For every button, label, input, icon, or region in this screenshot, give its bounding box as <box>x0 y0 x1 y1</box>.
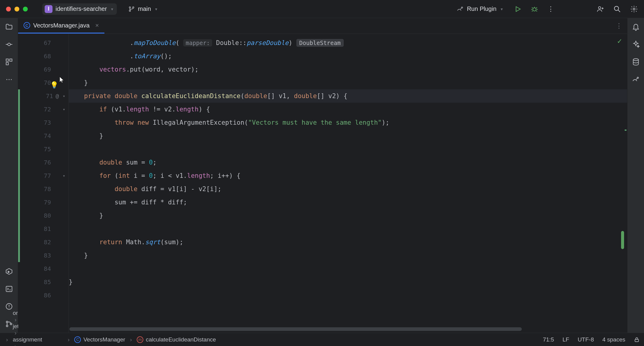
gutter-line[interactable]: 83 <box>18 249 69 262</box>
file-encoding[interactable]: UTF-8 <box>578 336 594 343</box>
gutter-line[interactable]: 71@▾ <box>18 89 69 103</box>
minimize-window-button[interactable] <box>14 7 19 11</box>
gutter-line[interactable]: 69 <box>18 63 69 76</box>
gutter-line[interactable]: 73 <box>18 116 69 129</box>
vcs-change-marker[interactable] <box>18 156 20 169</box>
vcs-change-marker[interactable] <box>18 169 20 182</box>
code-editor[interactable]: ✓ 6768697071@▾72▾7374757677▾787980818283… <box>18 34 627 333</box>
line-separator[interactable]: LF <box>563 336 569 343</box>
code-line[interactable]: double sum = 0; <box>69 156 627 169</box>
maximize-window-button[interactable] <box>23 7 28 11</box>
gutter-line[interactable]: 82 <box>18 235 69 249</box>
readonly-lock-icon[interactable] <box>634 337 640 343</box>
vcs-change-marker[interactable] <box>18 196 20 209</box>
close-tab-button[interactable]: ✕ <box>95 23 99 28</box>
code-line[interactable]: } <box>69 275 627 289</box>
tab-bar-more-icon[interactable]: ⋮ <box>616 22 622 30</box>
run-button[interactable] <box>514 5 521 13</box>
gutter-line[interactable]: 77▾ <box>18 169 69 182</box>
fold-toggle-icon[interactable]: ▾ <box>61 89 67 103</box>
ai-assistant-icon[interactable] <box>632 40 640 49</box>
fold-toggle-icon[interactable]: ▾ <box>61 169 67 182</box>
horizontal-scrollbar[interactable] <box>69 327 621 331</box>
vcs-change-marker[interactable] <box>18 235 20 249</box>
vcs-change-marker[interactable] <box>18 249 20 262</box>
code-line[interactable] <box>69 222 627 235</box>
code-line[interactable]: if (v1.length != v2.length) { <box>69 103 627 116</box>
gutter-line[interactable]: 76 <box>18 156 69 169</box>
gutter-line[interactable]: 70 <box>18 76 69 89</box>
breadcrumb-class[interactable]: C VectorsManager <box>74 336 125 343</box>
fold-toggle-icon[interactable]: ▾ <box>61 103 67 116</box>
more-actions-button[interactable]: ⋮ <box>547 5 554 13</box>
code-line[interactable]: sum += diff * diff; <box>69 196 627 209</box>
error-stripe[interactable] <box>622 34 627 333</box>
notifications-tool-icon[interactable] <box>632 23 640 31</box>
code-line[interactable]: double diff = v1[i] - v2[i]; <box>69 182 627 196</box>
gutter[interactable]: 6768697071@▾72▾7374757677▾78798081828384… <box>18 34 69 333</box>
vcs-change-marker[interactable] <box>18 209 20 222</box>
close-window-button[interactable] <box>6 7 11 11</box>
vcs-change-marker[interactable] <box>18 129 20 143</box>
commit-tool-icon[interactable] <box>5 40 13 49</box>
code-line[interactable]: } <box>69 209 627 222</box>
vcs-change-marker[interactable] <box>18 222 20 235</box>
code-line[interactable] <box>69 262 627 275</box>
breadcrumb-segment[interactable]: assignment <box>13 336 63 343</box>
horizontal-scrollbar-thumb[interactable] <box>69 327 522 331</box>
gutter-line[interactable]: 68 <box>18 50 69 63</box>
settings-icon[interactable] <box>630 5 638 13</box>
vcs-tool-icon[interactable] <box>5 320 13 328</box>
vertical-scrollbar-thumb[interactable] <box>621 231 624 249</box>
code-line[interactable]: throw new IllegalArgumentException("Vect… <box>69 116 627 129</box>
structure-tool-icon[interactable] <box>5 58 13 66</box>
vcs-change-marker[interactable] <box>18 143 20 156</box>
indent-setting[interactable]: 4 spaces <box>602 336 625 343</box>
services-tool-icon[interactable] <box>5 267 13 276</box>
vcs-change-marker[interactable] <box>18 182 20 196</box>
code-line[interactable]: .mapToDouble( mapper: Double::parseDoubl… <box>69 36 627 50</box>
code-line[interactable]: 💡 } <box>69 76 627 89</box>
gutter-line[interactable]: 75 <box>18 143 69 156</box>
analysis-ok-icon[interactable]: ✓ <box>617 37 622 45</box>
project-selector[interactable]: I identifiers-searcher ▾ <box>42 3 117 15</box>
breadcrumb-method[interactable]: m calculateEuclideanDistance <box>137 336 216 343</box>
gutter-line[interactable]: 86 <box>18 289 69 302</box>
intention-bulb-icon[interactable]: 💡 <box>50 78 58 92</box>
code-line[interactable]: vectors.put(word, vector); <box>69 63 627 76</box>
code-with-me-icon[interactable] <box>596 5 604 13</box>
code-line[interactable]: } <box>69 129 627 143</box>
gutter-line[interactable]: 72▾ <box>18 103 69 116</box>
project-tool-icon[interactable] <box>5 23 13 31</box>
code-line[interactable]: return Math.sqrt(sum); <box>69 235 627 249</box>
more-tools-icon[interactable]: ⋯ <box>5 75 13 84</box>
vcs-change-marker[interactable] <box>18 89 20 103</box>
coverage-tool-icon[interactable] <box>632 75 640 84</box>
code-line[interactable]: .toArray(); <box>69 50 627 63</box>
problems-tool-icon[interactable] <box>5 302 13 311</box>
vcs-branch-selector[interactable]: main ▾ <box>128 5 157 12</box>
database-tool-icon[interactable] <box>632 58 640 66</box>
search-everywhere-icon[interactable] <box>613 5 621 13</box>
code-line[interactable] <box>69 143 627 156</box>
gutter-line[interactable]: 67 <box>18 36 69 50</box>
code-content[interactable]: .mapToDouble( mapper: Double::parseDoubl… <box>69 34 627 333</box>
debug-button[interactable] <box>531 5 538 13</box>
code-line[interactable]: for (int i = 0; i < v1.length; i++) { <box>69 169 627 182</box>
gutter-line[interactable]: 85 <box>18 275 69 289</box>
gutter-line[interactable]: 78 <box>18 182 69 196</box>
vcs-change-marker[interactable] <box>18 116 20 129</box>
gutter-line[interactable]: 80 <box>18 209 69 222</box>
gutter-line[interactable]: 81 <box>18 222 69 235</box>
terminal-tool-icon[interactable] <box>5 285 13 293</box>
code-line[interactable]: private double calculateEuclideanDistanc… <box>69 89 627 103</box>
code-line[interactable]: } <box>69 249 627 262</box>
caret-position[interactable]: 71:5 <box>543 336 554 343</box>
run-config-selector[interactable]: Run Plugin ▾ <box>457 5 503 13</box>
gutter-line[interactable]: 79 <box>18 196 69 209</box>
gutter-line[interactable]: 74 <box>18 129 69 143</box>
code-line[interactable] <box>69 289 627 302</box>
gutter-line[interactable]: 84 <box>18 262 69 275</box>
vcs-change-marker[interactable] <box>18 103 20 116</box>
editor-tab-active[interactable]: C VectorsManager.java ✕ <box>18 18 104 34</box>
